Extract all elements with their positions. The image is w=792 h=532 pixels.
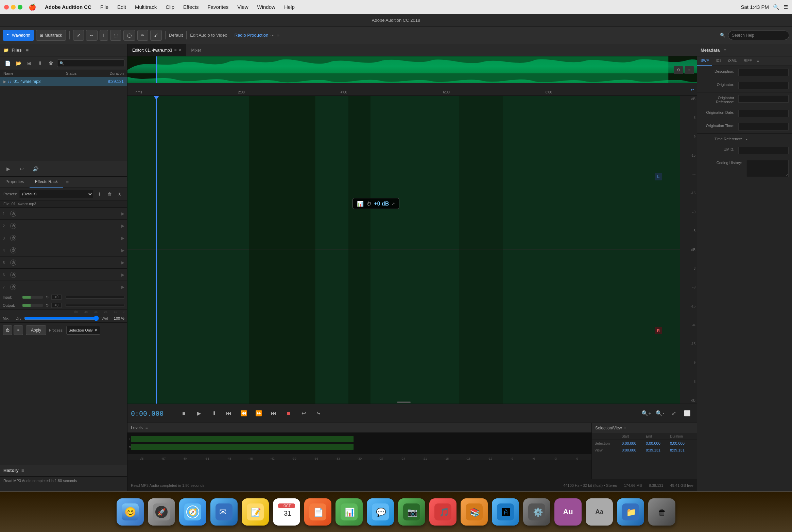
sv-selection-end[interactable]: 0:00.000 bbox=[646, 441, 670, 445]
delete-preset-button[interactable]: 🗑 bbox=[105, 190, 114, 198]
sv-view-duration[interactable]: 8:39.131 bbox=[670, 448, 694, 452]
mix-slider[interactable] bbox=[24, 316, 99, 321]
dock-books-icon[interactable]: 📚 bbox=[461, 498, 488, 526]
delete-button[interactable]: 🗑 bbox=[46, 59, 56, 67]
sel-view-menu-icon[interactable]: ≡ bbox=[624, 426, 626, 430]
metadata-tab-ixml[interactable]: iXML bbox=[725, 56, 740, 66]
field-orig-time-input[interactable] bbox=[738, 123, 789, 130]
slot-expand-5[interactable]: ▶ bbox=[121, 260, 124, 265]
slot-expand-7[interactable]: ▶ bbox=[121, 285, 124, 289]
list-button[interactable]: ≡ bbox=[14, 325, 23, 335]
effect-slot-5[interactable]: 5 ⏻ ▶ bbox=[0, 256, 127, 269]
metadata-menu-icon[interactable]: ≡ bbox=[724, 48, 726, 53]
field-umid-input[interactable] bbox=[738, 147, 789, 154]
horizontal-scroll[interactable] bbox=[397, 402, 411, 403]
menu-effects[interactable]: Effects bbox=[182, 3, 200, 11]
zoom-in-button[interactable]: 🔍+ bbox=[640, 408, 653, 419]
loop-button-files[interactable]: ↩ bbox=[17, 165, 27, 173]
dock-finder-icon[interactable]: 😊 bbox=[117, 498, 144, 526]
sv-view-start[interactable]: 0:00.000 bbox=[622, 448, 646, 452]
stop-button[interactable]: ■ bbox=[178, 408, 190, 419]
slot-power-3[interactable]: ⏻ bbox=[10, 235, 16, 241]
slot-expand-6[interactable]: ▶ bbox=[121, 272, 124, 277]
dock-audition-icon[interactable]: Au bbox=[554, 498, 582, 526]
menu-view[interactable]: View bbox=[236, 3, 249, 11]
save-preset-button[interactable]: ⬇ bbox=[95, 190, 103, 198]
tool-pencil[interactable]: ✏ bbox=[137, 30, 148, 41]
slot-expand-2[interactable]: ▶ bbox=[121, 224, 124, 228]
search-icon[interactable]: 🔍 bbox=[773, 4, 779, 10]
menu-help[interactable]: Help bbox=[283, 3, 296, 11]
loop-playback-button[interactable]: ↩ bbox=[297, 408, 310, 419]
effect-slot-2[interactable]: 2 ⏻ ▶ bbox=[0, 220, 127, 232]
minimize-button[interactable] bbox=[11, 5, 16, 10]
files-search-input[interactable] bbox=[57, 59, 124, 67]
process-select[interactable]: Selection Only ▼ bbox=[66, 326, 100, 335]
window-controls[interactable] bbox=[4, 5, 22, 10]
open-file-button[interactable]: 📂 bbox=[14, 59, 23, 67]
slot-expand-1[interactable]: ▶ bbox=[121, 211, 124, 216]
slot-power-5[interactable]: ⏻ bbox=[10, 260, 16, 266]
slot-power-2[interactable]: ⏻ bbox=[10, 223, 16, 229]
tool-select[interactable]: ↔ bbox=[86, 30, 98, 41]
tool-lasso[interactable]: ◯ bbox=[123, 30, 135, 41]
effect-slot-7[interactable]: 7 ⏻ ▶ bbox=[0, 281, 127, 293]
skip-selection-button[interactable]: ⤷ bbox=[312, 408, 325, 419]
tool-move[interactable]: ⤢ bbox=[73, 30, 84, 41]
app-name[interactable]: Adobe Audition CC bbox=[44, 3, 93, 11]
file-row[interactable]: ▶ ♪♪ 01. 4ware.mp3 8:39.131 bbox=[0, 77, 127, 86]
sv-view-end[interactable]: 8:39.131 bbox=[646, 448, 670, 452]
files-menu-icon[interactable]: ≡ bbox=[26, 48, 29, 53]
loop-icon[interactable]: ↩ bbox=[691, 87, 694, 92]
zoom-selection-button[interactable]: ⤢ bbox=[668, 408, 680, 419]
output-knob[interactable]: ⊙ bbox=[46, 303, 49, 307]
apply-button[interactable]: Apply bbox=[26, 325, 46, 335]
dock-itunes-icon[interactable]: 🎵 bbox=[429, 498, 457, 526]
sv-selection-duration[interactable]: 0:00.000 bbox=[670, 441, 694, 445]
search-input[interactable] bbox=[728, 31, 789, 40]
metadata-tabs-more[interactable]: » bbox=[755, 56, 760, 66]
menu-clip[interactable]: Clip bbox=[164, 3, 176, 11]
dock-messages-icon[interactable]: 💬 bbox=[367, 498, 394, 526]
field-originator-ref-input[interactable] bbox=[738, 95, 789, 103]
dock-textreplace-icon[interactable]: Aa bbox=[586, 498, 613, 526]
dock-pages-icon[interactable]: 📄 bbox=[304, 498, 331, 526]
play-button[interactable]: ▶ bbox=[193, 408, 205, 419]
mixer-tab[interactable]: Mixer bbox=[186, 44, 206, 56]
dock-appstore-icon[interactable]: 🅰 bbox=[492, 498, 519, 526]
expand-workspaces-icon[interactable]: » bbox=[277, 33, 279, 38]
editor-tab-main[interactable]: Editor: 01. 4ware.mp3 ≡ ✕ bbox=[127, 44, 186, 56]
menu-file[interactable]: File bbox=[99, 3, 110, 11]
metadata-tab-bwf[interactable]: BWF bbox=[697, 56, 712, 66]
dock-trash-icon[interactable]: 🗑 bbox=[648, 498, 675, 526]
slot-power-6[interactable]: ⏻ bbox=[10, 272, 16, 278]
toggle-button[interactable]: ⏻ bbox=[3, 325, 12, 335]
field-orig-date-input[interactable] bbox=[738, 110, 789, 117]
menu-window[interactable]: Window bbox=[256, 3, 277, 11]
slot-expand-4[interactable]: ▶ bbox=[121, 248, 124, 253]
effect-slot-4[interactable]: 4 ⏻ ▶ bbox=[0, 244, 127, 256]
overview-settings-btn[interactable]: ⚙ bbox=[674, 66, 683, 74]
dock-launchpad-icon[interactable]: 🚀 bbox=[148, 498, 175, 526]
play-button-files[interactable]: ▶ bbox=[3, 165, 13, 173]
dock-calendar-icon[interactable]: OCT31 bbox=[273, 498, 300, 526]
dock-safari-icon[interactable]: 🧭 bbox=[179, 498, 206, 526]
zoom-out-button[interactable]: 🔍- bbox=[654, 408, 666, 419]
import-button[interactable]: ⬇ bbox=[35, 59, 45, 67]
slot-power-7[interactable]: ⏻ bbox=[10, 284, 16, 290]
favorite-preset-button[interactable]: ★ bbox=[116, 190, 124, 198]
tab-effects-rack[interactable]: Effects Rack bbox=[30, 177, 63, 188]
metadata-tab-riff[interactable]: RIFF bbox=[740, 56, 755, 66]
volume-button-files[interactable]: 🔊 bbox=[31, 165, 40, 173]
slot-expand-3[interactable]: ▶ bbox=[121, 236, 124, 241]
history-menu-icon[interactable]: ≡ bbox=[21, 468, 24, 473]
dock-mail-icon[interactable]: ✉ bbox=[210, 498, 238, 526]
close-button[interactable] bbox=[4, 5, 9, 10]
effect-slot-3[interactable]: 3 ⏻ ▶ bbox=[0, 232, 127, 244]
menu-multitrack[interactable]: Multitrack bbox=[134, 3, 158, 11]
dock-notes-icon[interactable]: 📝 bbox=[242, 498, 269, 526]
tab-properties[interactable]: Properties bbox=[0, 177, 30, 188]
apple-menu[interactable]: 🍎 bbox=[29, 3, 36, 11]
dock-facetime-icon[interactable]: 📷 bbox=[398, 498, 425, 526]
notification-icon[interactable]: ☰ bbox=[784, 4, 788, 10]
